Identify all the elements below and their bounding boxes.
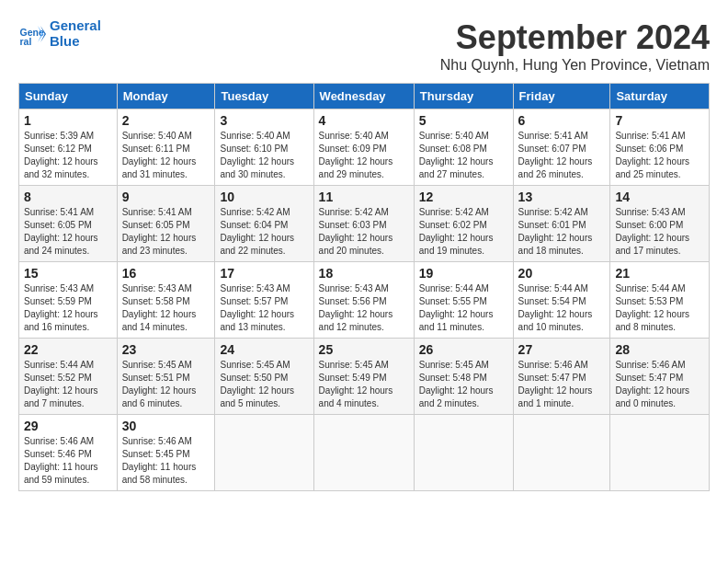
day-number: 10 [220, 190, 308, 204]
calendar-header-sunday: Sunday [19, 84, 118, 109]
day-number: 3 [220, 113, 308, 128]
calendar-cell [414, 415, 513, 491]
day-info: Sunrise: 5:40 AM Sunset: 6:08 PM Dayligh… [419, 130, 508, 181]
day-info: Sunrise: 5:43 AM Sunset: 6:00 PM Dayligh… [615, 206, 704, 258]
calendar-header-friday: Friday [513, 84, 610, 109]
day-info: Sunrise: 5:44 AM Sunset: 5:53 PM Dayligh… [615, 282, 704, 334]
calendar-week-1: 1Sunrise: 5:39 AM Sunset: 6:12 PM Daylig… [19, 109, 710, 186]
calendar-cell: 5Sunrise: 5:40 AM Sunset: 6:08 PM Daylig… [414, 109, 513, 186]
day-number: 7 [615, 113, 704, 128]
calendar-header-monday: Monday [117, 84, 215, 109]
day-info: Sunrise: 5:43 AM Sunset: 5:57 PM Dayligh… [220, 282, 308, 334]
day-number: 23 [122, 342, 210, 357]
day-info: Sunrise: 5:41 AM Sunset: 6:06 PM Dayligh… [615, 130, 704, 181]
calendar-cell: 25Sunrise: 5:45 AM Sunset: 5:49 PM Dayli… [313, 339, 414, 415]
calendar-header-thursday: Thursday [414, 84, 513, 109]
calendar-week-2: 8Sunrise: 5:41 AM Sunset: 6:05 PM Daylig… [19, 186, 710, 262]
day-info: Sunrise: 5:40 AM Sunset: 6:09 PM Dayligh… [319, 130, 409, 181]
day-number: 8 [24, 190, 112, 204]
calendar-cell: 6Sunrise: 5:41 AM Sunset: 6:07 PM Daylig… [513, 109, 610, 186]
calendar-cell: 14Sunrise: 5:43 AM Sunset: 6:00 PM Dayli… [610, 186, 710, 262]
day-number: 24 [220, 342, 308, 357]
calendar-cell: 18Sunrise: 5:43 AM Sunset: 5:56 PM Dayli… [313, 262, 414, 339]
day-info: Sunrise: 5:42 AM Sunset: 6:01 PM Dayligh… [518, 206, 606, 258]
calendar-cell: 20Sunrise: 5:44 AM Sunset: 5:54 PM Dayli… [513, 262, 610, 339]
day-info: Sunrise: 5:41 AM Sunset: 6:07 PM Dayligh… [518, 130, 606, 181]
calendar-cell [215, 415, 313, 491]
day-number: 9 [122, 190, 210, 204]
day-number: 19 [419, 266, 508, 281]
day-number: 27 [518, 342, 606, 357]
calendar-cell: 7Sunrise: 5:41 AM Sunset: 6:06 PM Daylig… [610, 109, 710, 186]
day-info: Sunrise: 5:41 AM Sunset: 6:05 PM Dayligh… [24, 206, 112, 258]
logo: Gene ral General Blue [18, 18, 101, 49]
calendar-cell: 21Sunrise: 5:44 AM Sunset: 5:53 PM Dayli… [610, 262, 710, 339]
calendar-cell: 19Sunrise: 5:44 AM Sunset: 5:55 PM Dayli… [414, 262, 513, 339]
calendar-cell: 15Sunrise: 5:43 AM Sunset: 5:59 PM Dayli… [19, 262, 118, 339]
day-number: 17 [220, 266, 308, 281]
calendar-header-wednesday: Wednesday [313, 84, 414, 109]
day-number: 20 [518, 266, 606, 281]
month-title: September 2024 [440, 18, 710, 57]
calendar-cell: 23Sunrise: 5:45 AM Sunset: 5:51 PM Dayli… [117, 339, 215, 415]
calendar-cell: 24Sunrise: 5:45 AM Sunset: 5:50 PM Dayli… [215, 339, 313, 415]
title-area: September 2024 Nhu Quynh, Hung Yen Provi… [440, 18, 710, 74]
day-number: 2 [122, 113, 210, 128]
calendar-cell: 16Sunrise: 5:43 AM Sunset: 5:58 PM Dayli… [117, 262, 215, 339]
calendar-cell [313, 415, 414, 491]
day-info: Sunrise: 5:46 AM Sunset: 5:47 PM Dayligh… [518, 359, 606, 410]
day-number: 16 [122, 266, 210, 281]
day-number: 29 [24, 419, 112, 433]
day-number: 26 [419, 342, 508, 357]
day-number: 5 [419, 113, 508, 128]
calendar-cell: 12Sunrise: 5:42 AM Sunset: 6:02 PM Dayli… [414, 186, 513, 262]
calendar-cell: 17Sunrise: 5:43 AM Sunset: 5:57 PM Dayli… [215, 262, 313, 339]
logo-line2: Blue [50, 34, 101, 50]
day-number: 6 [518, 113, 606, 128]
day-info: Sunrise: 5:39 AM Sunset: 6:12 PM Dayligh… [24, 130, 112, 181]
day-info: Sunrise: 5:41 AM Sunset: 6:05 PM Dayligh… [122, 206, 210, 258]
day-info: Sunrise: 5:43 AM Sunset: 5:58 PM Dayligh… [122, 282, 210, 334]
day-info: Sunrise: 5:44 AM Sunset: 5:55 PM Dayligh… [419, 282, 508, 334]
day-info: Sunrise: 5:42 AM Sunset: 6:03 PM Dayligh… [319, 206, 409, 258]
day-number: 12 [419, 190, 508, 204]
calendar-cell: 29Sunrise: 5:46 AM Sunset: 5:46 PM Dayli… [19, 415, 118, 491]
day-number: 13 [518, 190, 606, 204]
calendar-header-row: SundayMondayTuesdayWednesdayThursdayFrid… [19, 84, 710, 109]
calendar-cell: 13Sunrise: 5:42 AM Sunset: 6:01 PM Dayli… [513, 186, 610, 262]
logo-line1: General [50, 18, 101, 34]
day-number: 1 [24, 113, 112, 128]
day-number: 18 [319, 266, 409, 281]
day-info: Sunrise: 5:45 AM Sunset: 5:50 PM Dayligh… [220, 359, 308, 410]
day-number: 22 [24, 342, 112, 357]
calendar-header-tuesday: Tuesday [215, 84, 313, 109]
calendar-cell: 30Sunrise: 5:46 AM Sunset: 5:45 PM Dayli… [117, 415, 215, 491]
calendar-cell: 11Sunrise: 5:42 AM Sunset: 6:03 PM Dayli… [313, 186, 414, 262]
day-info: Sunrise: 5:42 AM Sunset: 6:04 PM Dayligh… [220, 206, 308, 258]
day-number: 4 [319, 113, 409, 128]
day-info: Sunrise: 5:46 AM Sunset: 5:47 PM Dayligh… [615, 359, 704, 410]
day-info: Sunrise: 5:45 AM Sunset: 5:51 PM Dayligh… [122, 359, 210, 410]
calendar-body: 1Sunrise: 5:39 AM Sunset: 6:12 PM Daylig… [19, 109, 710, 491]
day-number: 11 [319, 190, 409, 204]
day-number: 30 [122, 419, 210, 433]
calendar-week-5: 29Sunrise: 5:46 AM Sunset: 5:46 PM Dayli… [19, 415, 710, 491]
calendar-table: SundayMondayTuesdayWednesdayThursdayFrid… [18, 83, 710, 491]
calendar-week-4: 22Sunrise: 5:44 AM Sunset: 5:52 PM Dayli… [19, 339, 710, 415]
day-info: Sunrise: 5:46 AM Sunset: 5:45 PM Dayligh… [122, 435, 210, 487]
logo-icon: Gene ral [18, 20, 46, 48]
day-number: 21 [615, 266, 704, 281]
svg-text:ral: ral [20, 36, 32, 47]
location-title: Nhu Quynh, Hung Yen Province, Vietnam [440, 57, 710, 74]
day-info: Sunrise: 5:43 AM Sunset: 5:59 PM Dayligh… [24, 282, 112, 334]
day-info: Sunrise: 5:42 AM Sunset: 6:02 PM Dayligh… [419, 206, 508, 258]
day-info: Sunrise: 5:44 AM Sunset: 5:52 PM Dayligh… [24, 359, 112, 410]
calendar-cell [513, 415, 610, 491]
day-number: 28 [615, 342, 704, 357]
calendar-cell: 27Sunrise: 5:46 AM Sunset: 5:47 PM Dayli… [513, 339, 610, 415]
calendar-week-3: 15Sunrise: 5:43 AM Sunset: 5:59 PM Dayli… [19, 262, 710, 339]
day-info: Sunrise: 5:43 AM Sunset: 5:56 PM Dayligh… [319, 282, 409, 334]
day-info: Sunrise: 5:44 AM Sunset: 5:54 PM Dayligh… [518, 282, 606, 334]
day-info: Sunrise: 5:40 AM Sunset: 6:11 PM Dayligh… [122, 130, 210, 181]
day-number: 15 [24, 266, 112, 281]
